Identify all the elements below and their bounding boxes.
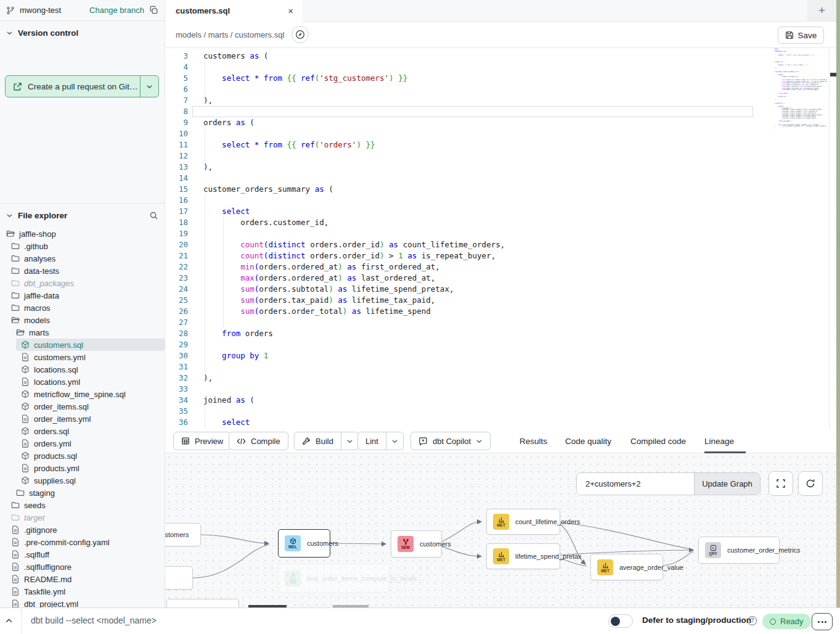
lint-button[interactable]: Lint bbox=[357, 432, 404, 450]
change-branch-link[interactable]: Change branch bbox=[89, 6, 144, 15]
file-analyses[interactable]: analyses bbox=[0, 252, 165, 265]
lineage-node-stg-customers[interactable]: MDLstg_customers bbox=[165, 523, 201, 546]
collapse-panel-icon[interactable] bbox=[5, 616, 13, 627]
breadcrumb-row: models / marts / customers.sql Save bbox=[165, 22, 836, 48]
compile-button[interactable]: Compile bbox=[229, 432, 288, 450]
selector-input[interactable] bbox=[577, 473, 694, 495]
create-pr-button[interactable]: Create a pull request on Git… bbox=[5, 75, 159, 97]
editor-scrollbar[interactable] bbox=[829, 48, 836, 429]
lineage-node-lifetime-spend-pretax[interactable]: METlifetime_spend_pretax bbox=[486, 543, 560, 569]
folder-icon bbox=[11, 242, 20, 250]
lineage-node-orders[interactable]: MDLorders bbox=[165, 566, 193, 590]
desktop-wallpaper-strip bbox=[836, 0, 840, 607]
lineage-node-customer-order-metrics[interactable]: QRYcustomer_order_metrics bbox=[698, 537, 780, 564]
file-metricflow-time-spine-sql[interactable]: metricflow_time_spine.sql bbox=[0, 388, 165, 400]
file-dbt-packages[interactable]: dbt_packages bbox=[0, 277, 165, 289]
file-macros[interactable]: macros bbox=[0, 302, 165, 314]
lineage-node-count-lifetime-orders[interactable]: METcount_lifetime_orders bbox=[486, 509, 560, 535]
file-orders-sql[interactable]: orders.sql bbox=[0, 425, 165, 437]
file-locations-sql[interactable]: locations.sql bbox=[0, 363, 165, 376]
build-button[interactable]: Build bbox=[294, 432, 359, 450]
compass-icon[interactable] bbox=[292, 26, 309, 43]
search-icon[interactable] bbox=[149, 211, 158, 220]
file-icon bbox=[11, 538, 20, 546]
file-icon bbox=[11, 587, 20, 596]
folder-icon bbox=[11, 501, 20, 509]
scrollbar-thumb[interactable] bbox=[830, 73, 836, 76]
refresh-button[interactable] bbox=[798, 471, 823, 496]
file-order-items-yml[interactable]: order_items.yml bbox=[0, 413, 165, 425]
file-seeds[interactable]: seeds bbox=[0, 499, 165, 511]
folder-icon bbox=[11, 316, 20, 324]
close-icon[interactable]: × bbox=[288, 6, 293, 16]
version-control-title: Version control bbox=[18, 28, 78, 38]
file-marts[interactable]: marts bbox=[0, 326, 165, 339]
file-staging[interactable]: staging bbox=[0, 487, 165, 499]
sem-badge: SEM bbox=[398, 536, 414, 552]
tab-code-quality[interactable]: Code quality bbox=[565, 429, 611, 453]
file-readme-md[interactable]: README.md bbox=[0, 573, 165, 585]
build-label: Build bbox=[316, 437, 333, 446]
file-taskfile-yml[interactable]: Taskfile.yml bbox=[0, 585, 165, 598]
lineage-node-customers[interactable]: SEMcustomers bbox=[391, 530, 442, 558]
file-data-tests[interactable]: data-tests bbox=[0, 265, 165, 277]
file--github[interactable]: .github bbox=[0, 240, 165, 252]
tab-results[interactable]: Results bbox=[520, 429, 547, 453]
help-icon[interactable]: ? bbox=[748, 616, 757, 625]
file-customers-yml[interactable]: customers.yml bbox=[0, 351, 165, 363]
update-graph-button[interactable]: Update Graph bbox=[694, 473, 760, 495]
code-editor[interactable]: 2with3customers as (45 select * from {{ … bbox=[165, 48, 829, 429]
copy-icon[interactable] bbox=[149, 6, 158, 15]
status-badge: Ready bbox=[762, 614, 811, 629]
lineage-node-average-order-value[interactable]: METaverage_order_value bbox=[590, 554, 663, 580]
file-models[interactable]: models bbox=[0, 314, 165, 326]
command-input[interactable]: dbt build --select <model_name> bbox=[31, 615, 157, 625]
file-products-sql[interactable]: products.sql bbox=[0, 450, 165, 462]
save-button[interactable]: Save bbox=[778, 27, 824, 44]
file-dbt-project-yml[interactable]: dbt_project.yml bbox=[0, 598, 165, 607]
fullscreen-button[interactable] bbox=[769, 471, 793, 496]
defer-toggle[interactable] bbox=[608, 614, 633, 628]
new-tab-button[interactable]: + bbox=[807, 0, 836, 22]
file--gitignore[interactable]: .gitignore bbox=[0, 524, 165, 536]
tab-compiled-code[interactable]: Compiled code bbox=[630, 429, 686, 453]
editor-tab-bar: customers.sql × + bbox=[165, 0, 836, 22]
file-supplies-sql[interactable]: supplies.sql bbox=[0, 474, 165, 487]
file-target[interactable]: target bbox=[0, 511, 165, 524]
file-locations-yml[interactable]: locations.yml bbox=[0, 376, 165, 388]
minimap[interactable]: withwithcustomers as ( select * from {{ … bbox=[759, 48, 827, 130]
file-icon bbox=[21, 464, 30, 472]
file-products-yml[interactable]: products.yml bbox=[0, 462, 165, 474]
tab-lineage[interactable]: Lineage bbox=[704, 429, 734, 453]
code-lines: 2with3customers as (45 select * from {{ … bbox=[165, 48, 829, 428]
lineage-node-customers[interactable]: MDLcustomers bbox=[278, 529, 330, 558]
file-orders-yml[interactable]: orders.yml bbox=[0, 437, 165, 450]
file-jaffle-shop[interactable]: jaffle-shop bbox=[0, 228, 165, 240]
lineage-node-partial[interactable] bbox=[166, 599, 239, 607]
file-tree: jaffle-shop.githubanalysesdata-testsdbt_… bbox=[0, 226, 165, 607]
create-pr-dropdown[interactable] bbox=[140, 76, 158, 97]
defer-label: Defer to staging/production bbox=[642, 615, 751, 625]
build-dropdown[interactable] bbox=[341, 432, 358, 450]
lint-dropdown[interactable] bbox=[386, 432, 403, 450]
compile-label: Compile bbox=[251, 437, 280, 446]
file-icon bbox=[11, 525, 20, 534]
model-cube-icon bbox=[21, 427, 30, 435]
preview-button[interactable]: Preview bbox=[173, 432, 231, 450]
tab-customers-sql[interactable]: customers.sql × bbox=[165, 0, 302, 22]
file-customers-sql[interactable]: customers.sql bbox=[16, 339, 165, 351]
tab-bar-filler bbox=[302, 0, 807, 22]
file-order-items-sql[interactable]: order_items.sql bbox=[0, 400, 165, 413]
file--sqlfluff[interactable]: .sqlfluff bbox=[0, 548, 165, 561]
file--pre-commit-config-yaml[interactable]: .pre-commit-config.yaml bbox=[0, 536, 165, 548]
lineage-panel[interactable]: MDLstg_customersMDLordersMDLcustomersTST… bbox=[165, 453, 836, 607]
file-jaffle-data[interactable]: jaffle-data bbox=[0, 289, 165, 302]
file-icon bbox=[11, 575, 20, 583]
file--sqlfluffignore[interactable]: .sqlfluffignore bbox=[0, 561, 165, 573]
chevron-down-icon[interactable] bbox=[6, 212, 13, 219]
folder-icon bbox=[11, 266, 20, 275]
dbt-copilot-button[interactable]: dbt Copilot bbox=[410, 432, 491, 450]
more-options-button[interactable] bbox=[812, 613, 833, 630]
lineage-node-test-order-items-compute-to-bools-[interactable]: TSTtest_order_items_compute_to_bools… bbox=[278, 564, 389, 593]
chevron-down-icon[interactable] bbox=[6, 30, 13, 36]
